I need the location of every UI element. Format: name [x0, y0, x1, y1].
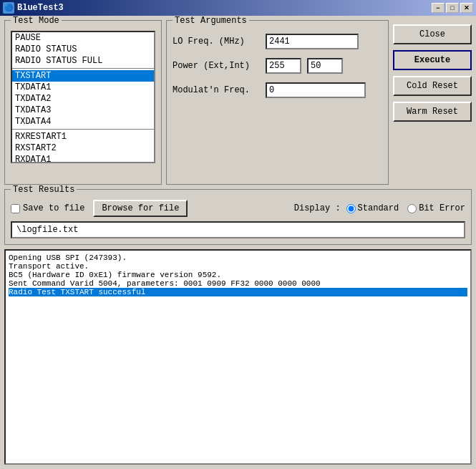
test-mode-title: Test Mode: [11, 16, 62, 26]
test-args-group: Test Arguments LO Freq. (MHz) Power (Ext…: [166, 20, 389, 185]
title-bar[interactable]: 🔵 BlueTest3 − □ ✕: [0, 0, 476, 16]
power-label: Power (Ext,Int): [173, 61, 266, 71]
list-item[interactable]: RADIO STATUS FULL: [12, 55, 154, 67]
power-ext-input[interactable]: [266, 58, 301, 74]
window-icon: 🔵: [3, 2, 14, 14]
list-item[interactable]: RXDATA1: [12, 154, 154, 163]
test-args-title: Test Arguments: [173, 16, 249, 26]
standard-radio[interactable]: [346, 204, 356, 213]
list-item[interactable]: TXDATA4: [12, 116, 154, 127]
list-item[interactable]: RXRESTART1: [12, 131, 154, 142]
save-to-file-label: Save to file: [23, 203, 84, 213]
output-line: Radio Test TXSTART successful: [9, 288, 467, 296]
mod-freq-label: Modulat'n Freq.: [173, 85, 266, 95]
bit-error-label: Bit Error: [419, 203, 465, 213]
bit-error-radio[interactable]: [407, 204, 417, 213]
output-line: BC5 (Hardware ID 0xE1) firmware version …: [9, 271, 467, 279]
maximize-button[interactable]: □: [446, 3, 459, 13]
list-item[interactable]: RADIO STATUS: [12, 44, 154, 55]
file-path-bar: \logfile.txt: [11, 221, 465, 238]
list-item[interactable]: RXSTART2: [12, 142, 154, 154]
output-line: Transport active.: [9, 262, 467, 271]
warm-reset-button[interactable]: Warm Reset: [393, 102, 472, 122]
test-mode-group: Test Mode PAUSE RADIO STATUS RADIO STATU…: [4, 20, 162, 185]
output-box[interactable]: Opening USB SPI (247393).Transport activ…: [4, 249, 472, 465]
close-window-button[interactable]: ✕: [460, 3, 473, 13]
list-item[interactable]: TXDATA1: [12, 82, 154, 93]
execute-button[interactable]: Execute: [393, 50, 472, 70]
test-results-group: Test Results Save to file Browse for fil…: [4, 189, 472, 245]
save-to-file-checkbox[interactable]: [11, 204, 20, 213]
list-item[interactable]: TXDATA3: [12, 105, 154, 116]
lo-freq-input[interactable]: [266, 34, 359, 49]
test-mode-list[interactable]: PAUSE RADIO STATUS RADIO STATUS FULL TXS…: [11, 31, 155, 163]
standard-label: Standard: [358, 203, 399, 213]
test-results-title: Test Results: [11, 185, 77, 195]
file-path-text: \logfile.txt: [16, 225, 78, 235]
list-item-txstart[interactable]: TXSTART: [12, 70, 154, 82]
window-title: BlueTest3: [17, 3, 64, 13]
list-item[interactable]: TXDATA2: [12, 93, 154, 105]
list-separator: [12, 129, 154, 130]
lo-freq-label: LO Freq. (MHz): [173, 37, 266, 47]
mod-freq-input[interactable]: [266, 82, 366, 98]
side-buttons: Close Execute Cold Reset Warm Reset: [393, 20, 472, 185]
output-line: Sent Command Varid 5004, parameters: 000…: [9, 279, 467, 288]
list-separator: [12, 68, 154, 69]
output-line: Opening USB SPI (247393).: [9, 253, 467, 262]
list-item[interactable]: PAUSE: [12, 32, 154, 44]
display-label: Display :: [294, 203, 341, 213]
cold-reset-button[interactable]: Cold Reset: [393, 76, 472, 96]
close-button[interactable]: Close: [393, 24, 472, 44]
browse-button[interactable]: Browse for file: [93, 200, 188, 217]
power-int-input[interactable]: [307, 58, 343, 74]
minimize-button[interactable]: −: [432, 3, 445, 13]
